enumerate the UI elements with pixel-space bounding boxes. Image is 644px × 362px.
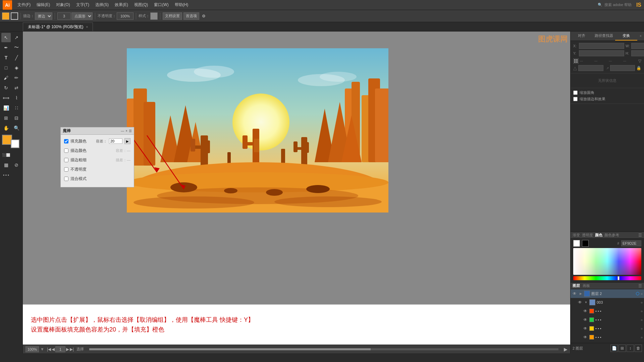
preferences-icon[interactable]: ⚙ <box>202 14 206 18</box>
hex-color-input[interactable] <box>621 240 641 246</box>
more-tools[interactable]: • • • <box>1 170 11 180</box>
background-color[interactable] <box>11 139 19 148</box>
rotate-tool[interactable]: ↻ <box>1 83 11 93</box>
layers-tab-btn[interactable]: 图层 <box>573 283 580 288</box>
menu-edit[interactable]: 编辑(E) <box>34 1 53 8</box>
shear-input[interactable] <box>610 65 635 71</box>
tab-align[interactable]: 对齐 <box>571 32 593 41</box>
zoom-dropdown-icon[interactable]: ▼ <box>40 347 44 352</box>
width-tool[interactable]: ⟺ <box>1 93 11 103</box>
first-page-btn[interactable]: |◀ <box>47 347 51 352</box>
menu-effect[interactable]: 效果(E) <box>112 1 131 8</box>
color-item-orange-eye[interactable]: 👁 <box>583 335 588 340</box>
color-item-orange[interactable]: 👁 • • • ○ <box>571 333 644 342</box>
new-artboard-btn[interactable]: ⊞ <box>619 345 626 352</box>
selection-tool[interactable]: ↖ <box>1 33 11 42</box>
scale-stroke-checkbox[interactable] <box>573 97 578 101</box>
type-tool[interactable]: T <box>1 53 11 62</box>
color-item-green[interactable]: 👁 • • • ○ <box>571 315 644 324</box>
panel-minimize-btn[interactable]: — <box>121 129 124 133</box>
right-panel-close[interactable]: × <box>637 32 644 41</box>
blend-mode-checkbox[interactable] <box>64 177 68 181</box>
color-item-yellow-eye[interactable]: 👁 <box>583 326 588 331</box>
x-input[interactable] <box>579 43 624 49</box>
color-item-green-eye[interactable]: 👁 <box>583 317 588 322</box>
layer003-row[interactable]: 👁 ▼ 003 ○ <box>571 298 644 307</box>
paintbrush-tool[interactable]: 🖌 <box>1 73 11 82</box>
hue-slider[interactable] <box>573 276 641 280</box>
menu-window[interactable]: 窗口(W) <box>151 1 171 8</box>
tab-close-button[interactable]: × <box>86 25 88 29</box>
opacity-checkbox[interactable] <box>64 167 68 172</box>
stroke-color-swatch[interactable] <box>11 12 18 20</box>
tab-transform[interactable]: 变换 <box>615 32 637 41</box>
fill-color-swatch[interactable] <box>2 12 9 20</box>
canvas-wrapper[interactable]: ↗ <box>127 48 388 213</box>
layer2-row[interactable]: 👁 ▶ 图层 2 ○ <box>571 289 644 298</box>
layers-panel-menu-btn[interactable]: ☰ <box>638 284 642 288</box>
artboard-tab-btn[interactable]: 画板 <box>583 283 590 288</box>
slice-tool[interactable]: ⊟ <box>12 113 21 123</box>
layer003-visibility[interactable]: 👁 <box>577 300 583 305</box>
doc-settings-button[interactable]: 文档设置 <box>163 12 182 20</box>
new-layer-btn[interactable]: 📄 <box>610 345 618 352</box>
color-item-red[interactable]: 👁 • • • ○ <box>571 307 644 315</box>
layer2-circle[interactable] <box>636 292 639 295</box>
rotation-input[interactable] <box>578 65 603 71</box>
color-item-yellow[interactable]: 👁 • • • ○ <box>571 324 644 333</box>
rectangle-tool[interactable]: □ <box>1 63 11 72</box>
brush-size-input[interactable] <box>57 12 71 20</box>
play-btn[interactable]: ▶ <box>564 347 568 352</box>
fill-color-tolerance-input[interactable] <box>109 138 122 144</box>
artwork-canvas[interactable]: ↗ <box>127 48 388 213</box>
black-swatch[interactable] <box>582 240 589 247</box>
next-page-btn[interactable]: ▶ <box>66 347 69 352</box>
style-swatch[interactable] <box>150 12 158 20</box>
warp-tool[interactable]: ⌇ <box>12 93 21 103</box>
pen-tool[interactable]: ✒ <box>1 43 11 52</box>
reflect-tool[interactable]: ⇄ <box>12 83 21 93</box>
opacity-input[interactable] <box>117 12 133 20</box>
color-panel-menu-btn[interactable]: ☰ <box>638 233 642 238</box>
color-picker[interactable] <box>573 248 641 275</box>
symbol-sprayer-tool[interactable]: ∷ <box>12 103 21 113</box>
artboard-tool[interactable]: ⊞ <box>1 113 11 123</box>
white-swatch[interactable] <box>573 240 580 247</box>
layer003-expand[interactable]: ▼ <box>584 300 588 304</box>
page-number-input[interactable] <box>55 346 65 352</box>
canvas-area[interactable]: 魔棒 — × ☰ 填充颜色 容差： ▶ <box>23 32 570 304</box>
color-label[interactable]: 颜色 <box>595 233 602 238</box>
stroke-color-checkbox[interactable] <box>64 148 68 153</box>
panel-menu-btn[interactable]: ☰ <box>129 129 132 133</box>
layer2-visibility[interactable]: 👁 <box>572 291 577 296</box>
menu-select[interactable]: 选择(S) <box>93 1 111 8</box>
brush-shape-select[interactable]: 点圆形 <box>71 12 93 20</box>
lock-proportions-btn[interactable]: 🔒 <box>636 66 641 70</box>
last-page-btn[interactable]: ▶| <box>70 347 74 352</box>
menu-object[interactable]: 对象(O) <box>53 1 72 8</box>
scale-corners-checkbox[interactable] <box>573 90 578 95</box>
transform-more-btn[interactable]: ▽ <box>638 59 641 63</box>
color-mode-btn[interactable]: ⬛⬜ <box>1 150 11 160</box>
menu-text[interactable]: 文字(T) <box>73 1 92 8</box>
column-graph-tool[interactable]: 📊 <box>1 103 11 113</box>
move-to-layer-btn[interactable]: ↕ <box>627 345 634 352</box>
menu-view[interactable]: 视图(Q) <box>131 1 151 8</box>
gradient-btn[interactable]: ▦ <box>1 160 11 170</box>
w-input[interactable] <box>631 43 644 49</box>
main-tab[interactable]: 未标题-1* @ 100% (RGB/预览) × <box>23 22 93 31</box>
zoom-input[interactable] <box>25 346 39 352</box>
prev-page-btn[interactable]: ◀ <box>52 347 55 352</box>
pencil-tool[interactable]: ✏ <box>12 73 21 82</box>
fill-color-checkbox[interactable] <box>64 139 68 143</box>
menu-help[interactable]: 帮助(H) <box>172 1 191 8</box>
hand-tool[interactable]: ✋ <box>1 123 11 133</box>
color-item-red-eye[interactable]: 👁 <box>583 308 588 314</box>
stroke-width-checkbox[interactable] <box>64 158 68 162</box>
mode-select[interactable]: 擦边 <box>35 12 52 20</box>
fill-color-btn[interactable]: ▶ <box>124 138 130 144</box>
preferences-button[interactable]: 首选项 <box>183 12 199 20</box>
menu-file[interactable]: 文件(F) <box>15 1 33 8</box>
layer2-expand[interactable]: ▶ <box>579 292 583 296</box>
panel-close-btn[interactable]: × <box>125 129 127 133</box>
